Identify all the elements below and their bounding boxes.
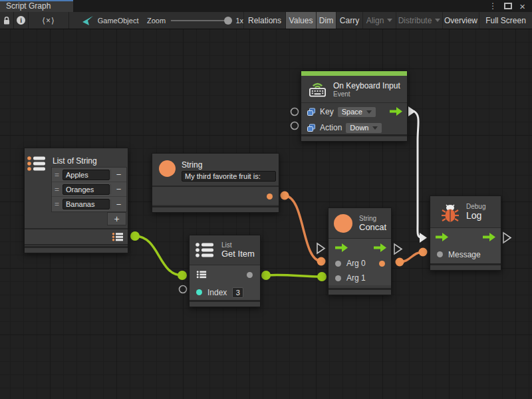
- port-dot-green[interactable]: [130, 231, 140, 241]
- zoom-slider[interactable]: [171, 20, 230, 21]
- toolbar-buttons: Relations Values Dim Carry Align Distrib…: [243, 12, 532, 29]
- more-options-icon[interactable]: ⋮: [489, 2, 497, 10]
- carry-button[interactable]: Carry: [336, 12, 362, 29]
- key-label: Key: [320, 107, 334, 116]
- action-dropdown[interactable]: Down: [346, 123, 382, 133]
- port-dot-green[interactable]: [261, 271, 271, 280]
- flow-row: [430, 228, 501, 245]
- node-on-keyboard-input[interactable]: On Keyboard Input Event Key Space A: [301, 70, 408, 142]
- flow-port-triangle[interactable]: [394, 244, 402, 254]
- node-list-of-string[interactable]: List of String = Apples − = Oranges − = …: [24, 148, 128, 253]
- graph-canvas[interactable]: On Keyboard Input Event Key Space A: [0, 29, 532, 399]
- flow-port-triangle[interactable]: [503, 233, 511, 243]
- close-icon[interactable]: ×: [519, 1, 525, 11]
- gameobject-label: GameObject: [98, 17, 139, 25]
- graph-owner[interactable]: GameObject: [69, 12, 142, 29]
- arg1-input-port[interactable]: [335, 275, 341, 281]
- values-button[interactable]: Values: [285, 12, 316, 29]
- port-dot-orange[interactable]: [396, 258, 404, 267]
- node-get-item[interactable]: List Get Item Index 3: [189, 235, 261, 307]
- list-input-port-icon[interactable]: [196, 270, 207, 279]
- key-dropdown[interactable]: Space: [338, 107, 376, 117]
- bug-icon: [441, 201, 460, 223]
- node-title: Get Item: [221, 249, 255, 259]
- list-io-row: [190, 265, 260, 284]
- port-ring-empty[interactable]: [180, 286, 187, 293]
- flow-output-arrow-icon[interactable]: [390, 107, 403, 116]
- maximize-icon[interactable]: [504, 3, 512, 9]
- list-item-field[interactable]: Oranges: [63, 184, 110, 195]
- node-type-label: List: [221, 241, 255, 249]
- arg0-input-port[interactable]: [335, 261, 341, 267]
- wire-getitem-to-concat[interactable]: [266, 275, 322, 277]
- drag-handle-icon[interactable]: =: [52, 170, 62, 180]
- node-concat[interactable]: String Concat Arg 0 Arg 1: [328, 207, 392, 295]
- node-footer: [25, 246, 128, 253]
- window-tab-bar: Script Graph ⋮ ×: [0, 0, 532, 12]
- message-input-port[interactable]: [437, 251, 443, 257]
- index-field[interactable]: 3: [232, 287, 243, 298]
- item-output-port[interactable]: [247, 272, 253, 278]
- zoom-slider-handle[interactable]: [224, 17, 232, 25]
- port-dot-orange[interactable]: [317, 257, 326, 266]
- node-footer: [152, 205, 279, 212]
- list-items-box: = Apples − = Oranges − = Bananas −: [51, 167, 127, 212]
- drag-handle-icon[interactable]: =: [52, 185, 62, 194]
- flow-output-arrow-icon[interactable]: [374, 243, 387, 252]
- message-label: Message: [448, 250, 481, 259]
- flow-input-arrow-icon[interactable]: [335, 243, 348, 252]
- keyboard-icon: [308, 80, 327, 98]
- full-screen-button[interactable]: Full Screen: [479, 12, 532, 29]
- port-dot-green[interactable]: [178, 271, 187, 280]
- node-footer: [329, 288, 391, 295]
- lock-button[interactable]: [0, 12, 14, 29]
- port-dot-orange[interactable]: [281, 192, 289, 200]
- wire-string-to-concat[interactable]: [285, 196, 321, 261]
- node-subtitle: Event: [333, 90, 400, 98]
- port-ring-empty[interactable]: [291, 108, 299, 116]
- relations-button[interactable]: Relations: [243, 12, 285, 29]
- distribute-button: Distribute: [396, 12, 442, 29]
- wire-keyboard-to-log[interactable]: [414, 111, 420, 237]
- key-selector-icon: [307, 124, 316, 132]
- lock-icon: [3, 16, 11, 25]
- info-button[interactable]: i: [14, 12, 29, 29]
- gameobject-icon: [82, 15, 94, 25]
- chevron-down-icon: [387, 19, 392, 22]
- wire-list-to-getitem[interactable]: [135, 236, 182, 275]
- port-ring-empty[interactable]: [291, 122, 299, 130]
- port-dot-orange[interactable]: [419, 248, 428, 257]
- chevron-down-icon: [435, 19, 440, 22]
- node-string-literal[interactable]: String My third favorite fruit is:: [152, 153, 279, 213]
- flow-output-arrow-icon[interactable]: [483, 233, 496, 241]
- list-icon: [27, 155, 47, 172]
- add-item-button[interactable]: +: [107, 212, 126, 225]
- list-icon: [195, 241, 215, 259]
- flow-input-arrow-icon[interactable]: [436, 233, 449, 241]
- node-debug-log[interactable]: Debug Log Message: [430, 196, 501, 271]
- string-output-port[interactable]: [267, 194, 273, 200]
- tab-script-graph[interactable]: Script Graph: [0, 0, 73, 12]
- string-value-field[interactable]: My third favorite fruit is:: [182, 171, 276, 182]
- list-output-port-icon[interactable]: [112, 232, 124, 242]
- node-header: String Concat: [329, 208, 391, 239]
- list-item-field[interactable]: Apples: [63, 170, 110, 180]
- remove-item-button[interactable]: −: [110, 170, 126, 180]
- list-item-field[interactable]: Bananas: [63, 199, 110, 209]
- list-output-row: [25, 228, 128, 245]
- overview-button[interactable]: Overview: [442, 12, 479, 29]
- code-view-button[interactable]: ⟨×⟩: [29, 12, 69, 29]
- zoom-label: Zoom: [147, 17, 166, 25]
- index-input-port[interactable]: [196, 289, 202, 295]
- key-port-row: Key Space: [301, 104, 407, 119]
- key-selector-icon: [307, 108, 316, 116]
- dim-button[interactable]: Dim: [316, 12, 336, 29]
- window-controls: ⋮ ×: [489, 0, 525, 12]
- port-dot-green[interactable]: [317, 272, 327, 281]
- chevron-down-icon: [372, 126, 378, 130]
- remove-item-button[interactable]: −: [110, 200, 126, 209]
- flow-port-triangle[interactable]: [317, 243, 325, 253]
- result-output-port[interactable]: [379, 261, 385, 267]
- remove-item-button[interactable]: −: [110, 184, 126, 194]
- drag-handle-icon[interactable]: =: [52, 200, 62, 209]
